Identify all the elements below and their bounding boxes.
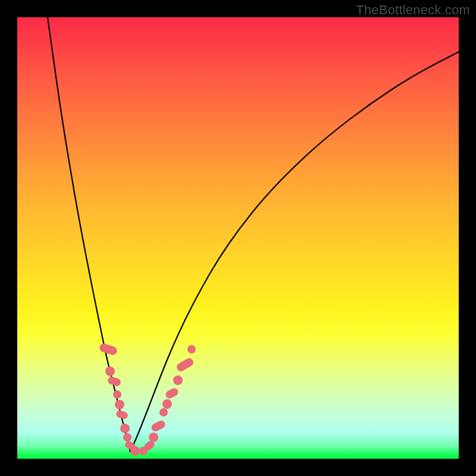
left-branch-curve bbox=[48, 17, 130, 452]
bead-marker bbox=[115, 400, 124, 409]
bead-marker bbox=[149, 433, 158, 442]
bead-marker bbox=[162, 399, 172, 409]
watermark-text: TheBottleneck.com bbox=[356, 2, 470, 18]
bead-marker bbox=[130, 446, 140, 456]
bead-marker bbox=[123, 433, 131, 441]
bead-marker bbox=[113, 390, 121, 399]
bead-marker bbox=[99, 343, 118, 356]
plot-area bbox=[17, 17, 459, 459]
bead-marker bbox=[164, 387, 180, 400]
bead-marker bbox=[187, 345, 196, 353]
curve-layer bbox=[17, 17, 459, 459]
bead-marker bbox=[107, 375, 122, 387]
right-branch-curve bbox=[130, 52, 459, 452]
bead-marker bbox=[150, 419, 166, 433]
bead-marker bbox=[105, 367, 115, 376]
bead-marker bbox=[173, 375, 183, 385]
bead-marker bbox=[115, 409, 129, 420]
bead-marker bbox=[120, 424, 130, 433]
chart-frame: TheBottleneck.com bbox=[0, 0, 476, 476]
bead-marker bbox=[159, 408, 168, 416]
bead-marker bbox=[176, 356, 195, 372]
bead-markers bbox=[99, 343, 196, 456]
